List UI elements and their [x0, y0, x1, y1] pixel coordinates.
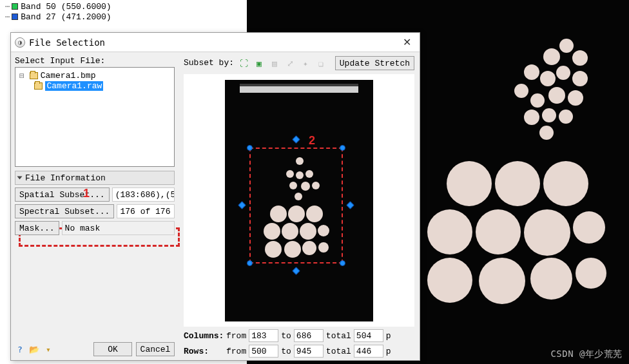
rows-to-field[interactable]: 945: [294, 345, 324, 358]
preview-area[interactable]: 2: [184, 74, 414, 327]
band-label: Band 27 (471.2000): [21, 12, 111, 22]
spectral-subset-button[interactable]: Spectral Subset...: [15, 204, 114, 218]
file-name: Camera1.bmp: [41, 71, 96, 81]
file-item[interactable]: ⊟ Camera1.bmp: [19, 70, 170, 81]
file-icon: [34, 82, 43, 90]
app-icon: ◑: [15, 37, 25, 48]
rows-label: Rows:: [184, 347, 224, 356]
spatial-subset-value: (183:686),(5: [112, 187, 175, 202]
help-icon[interactable]: ?: [15, 344, 25, 354]
open-icon[interactable]: 📂: [29, 344, 39, 354]
band-list: ⋯ Band 50 (550.6000) ⋯ Band 27 (471.2000…: [5, 1, 111, 22]
annotation-1: 1: [83, 187, 90, 200]
left-pane: Select Input File: ⊟ Camera1.bmp Camera1…: [11, 52, 179, 360]
band-color-chip: [12, 3, 18, 10]
subset-tool-icons: ⛶ ▣ ▤ ⤢ ✦ ❏: [238, 57, 327, 69]
mask-button[interactable]: Mask...: [15, 221, 59, 235]
ok-button[interactable]: OK: [93, 342, 132, 356]
total-label: total: [326, 347, 351, 356]
columns-label: Columns:: [184, 331, 224, 341]
zoom-icon[interactable]: ⤢: [284, 57, 296, 69]
spectral-subset-value: 176 of 176: [117, 204, 175, 218]
tree-connector: ⋯: [5, 12, 9, 21]
total-label: total: [326, 331, 351, 341]
columns-from-field[interactable]: 183: [249, 329, 278, 342]
file-tree[interactable]: ⊟ Camera1.bmp Camera1.raw: [15, 67, 175, 167]
watermark: CSDN @年少荒芜: [550, 349, 623, 360]
chevron-down-icon: [17, 177, 23, 180]
annotation-2: 2: [309, 134, 315, 148]
rows-row: Rows: from 500 to 945 total 446 p: [184, 345, 414, 358]
crop-icon[interactable]: ⛶: [238, 57, 249, 69]
handle-tl[interactable]: [247, 145, 253, 151]
band-item[interactable]: ⋯ Band 27 (471.2000): [5, 12, 111, 22]
dialog-title: File Selection: [29, 37, 398, 48]
columns-to-field[interactable]: 686: [294, 329, 324, 342]
select-file-label: Select Input File:: [15, 56, 175, 66]
image-icon[interactable]: ▤: [269, 57, 280, 69]
mask-value: No mask: [62, 221, 175, 235]
handle-br[interactable]: [340, 260, 345, 266]
file-name: Camera1.raw: [45, 81, 103, 91]
to-label: to: [281, 331, 291, 341]
roi-icon[interactable]: ✦: [300, 57, 311, 69]
columns-total-field[interactable]: 504: [354, 329, 383, 342]
handle-t[interactable]: [292, 135, 300, 144]
tree-connector: ⋯: [5, 2, 9, 11]
subset-by-label: Subset by:: [184, 58, 234, 68]
preview-image: 2: [225, 80, 373, 321]
dialog-titlebar[interactable]: ◑ File Selection ✕: [11, 33, 420, 52]
handle-b[interactable]: [292, 267, 300, 275]
file-information-header[interactable]: File Information: [15, 171, 175, 185]
file-icon: [30, 72, 38, 79]
unit-label: p: [386, 331, 391, 341]
from-label: from: [226, 347, 246, 356]
file-item-selected[interactable]: Camera1.raw: [19, 81, 170, 91]
handle-tr[interactable]: [340, 145, 345, 151]
layer-icon[interactable]: ❏: [315, 57, 327, 69]
columns-row: Columns: from 183 to 686 total 504 p: [184, 329, 414, 342]
close-icon[interactable]: ✕: [398, 36, 416, 48]
to-label: to: [281, 347, 291, 356]
dropdown-icon[interactable]: ▾: [43, 344, 53, 354]
band-color-chip: [12, 14, 18, 20]
rows-total-field[interactable]: 446: [354, 345, 383, 358]
from-label: from: [226, 331, 246, 341]
right-pane: Subset by: ⛶ ▣ ▤ ⤢ ✦ ❏ Update Stretch: [179, 52, 420, 360]
band-item[interactable]: ⋯ Band 50 (550.6000): [5, 1, 111, 12]
band-label: Band 50 (550.6000): [21, 2, 111, 12]
file-info-label: File Information: [25, 173, 106, 183]
handle-r[interactable]: [346, 201, 354, 209]
spatial-subset-button[interactable]: Spatial Subset...: [15, 187, 110, 202]
handle-l[interactable]: [238, 201, 246, 209]
update-stretch-button[interactable]: Update Stretch: [335, 56, 414, 70]
cancel-button[interactable]: Cancel: [136, 342, 175, 356]
file-selection-dialog: ◑ File Selection ✕ Select Input File: ⊟ …: [10, 32, 420, 361]
select-icon[interactable]: ▣: [253, 57, 265, 69]
unit-label: p: [386, 347, 391, 356]
selection-rect[interactable]: [249, 148, 343, 263]
rows-from-field[interactable]: 500: [249, 345, 278, 358]
handle-bl[interactable]: [247, 260, 253, 266]
